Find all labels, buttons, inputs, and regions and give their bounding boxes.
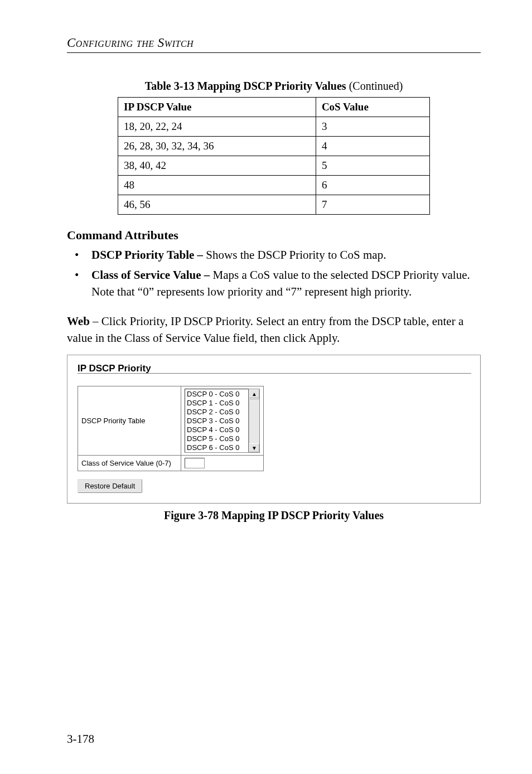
table-row: 48 6 [118,176,430,195]
dscp-listbox[interactable]: DSCP 0 - CoS 0 DSCP 1 - CoS 0 DSCP 2 - C… [185,389,260,453]
web-lead: Web [67,315,90,328]
list-item[interactable]: DSCP 1 - CoS 0 [187,399,246,408]
panel-form-table: DSCP Priority Table DSCP 0 - CoS 0 DSCP … [78,386,264,471]
cell-dscp: 18, 20, 22, 24 [118,117,316,137]
table-row: 26, 28, 30, 32, 34, 36 4 [118,137,430,156]
table-caption-lead: Table 3-13 Mapping DSCP Priority Values [145,80,346,92]
cell-dscp: 48 [118,176,316,195]
cell-dscp: 46, 56 [118,195,316,215]
web-paragraph: Web – Click Priority, IP DSCP Priority. … [67,313,481,347]
cell-cos: 7 [316,195,429,215]
page-header-section: Configuring the Switch [67,36,481,50]
page-number: 3-178 [67,732,94,746]
dscp-listbox-items[interactable]: DSCP 0 - CoS 0 DSCP 1 - CoS 0 DSCP 2 - C… [185,389,249,453]
scroll-thumb[interactable] [249,398,259,399]
command-attributes-list: DSCP Priority Table – Shows the DSCP Pri… [67,247,481,300]
table-row: 46, 56 7 [118,195,430,215]
cell-dscp: 26, 28, 30, 32, 34, 36 [118,137,316,156]
cell-cos: 4 [316,137,429,156]
cell-dscp: 38, 40, 42 [118,156,316,176]
table-row: 18, 20, 22, 24 3 [118,117,430,137]
list-item[interactable]: DSCP 2 - CoS 0 [187,408,246,417]
dscp-table-cell: DSCP 0 - CoS 0 DSCP 1 - CoS 0 DSCP 2 - C… [181,386,264,456]
table-row: 38, 40, 42 5 [118,156,430,176]
cos-value-input[interactable] [185,458,205,468]
scroll-down-button[interactable]: ▼ [249,443,259,452]
list-item[interactable]: DSCP 0 - CoS 0 [187,390,246,399]
list-item[interactable]: DSCP 4 - CoS 0 [187,425,246,434]
list-item[interactable]: DSCP 3 - CoS 0 [187,417,246,425]
th-dscp: IP DSCP Value [118,98,316,117]
list-item-label: DSCP Priority Table – [91,248,203,262]
command-attributes-heading: Command Attributes [67,228,481,243]
table-header-row: IP DSCP Value CoS Value [118,98,430,117]
dscp-mapping-table: IP DSCP Value CoS Value 18, 20, 22, 24 3… [118,97,430,215]
cos-value-cell [181,456,264,471]
cell-cos: 5 [316,156,429,176]
table-caption-tail: (Continued) [346,80,403,92]
list-item[interactable]: DSCP 5 - CoS 0 [187,434,246,443]
list-item[interactable]: DSCP 6 - CoS 0 [187,443,246,452]
th-cos: CoS Value [316,98,429,117]
web-text: – Click Priority, IP DSCP Priority. Sele… [67,315,463,345]
list-item: DSCP Priority Table – Shows the DSCP Pri… [67,247,481,264]
header-title: Configuring the Switch [67,36,194,50]
listbox-scrollbar[interactable]: ▲ ▼ [249,389,260,453]
cos-value-label: Class of Service Value (0-7) [78,456,181,471]
chevron-up-icon: ▲ [252,391,257,397]
header-rule [67,52,481,53]
chevron-down-icon: ▼ [252,445,257,451]
dscp-priority-panel: IP DSCP Priority DSCP Priority Table DSC… [67,355,481,504]
table-row: DSCP Priority Table DSCP 0 - CoS 0 DSCP … [78,386,264,456]
restore-default-button[interactable]: Restore Default [78,479,142,493]
table-caption: Table 3-13 Mapping DSCP Priority Values … [67,80,481,93]
cell-cos: 6 [316,176,429,195]
figure-caption: Figure 3-78 Mapping IP DSCP Priority Val… [67,509,481,522]
list-item-label: Class of Service Value – [91,268,210,282]
list-item-text: Shows the DSCP Priority to CoS map. [203,248,386,262]
dscp-table-label: DSCP Priority Table [78,386,181,456]
table-row: Class of Service Value (0-7) [78,456,264,471]
panel-title: IP DSCP Priority [78,363,471,374]
list-item: Class of Service Value – Maps a CoS valu… [67,267,481,301]
cell-cos: 3 [316,117,429,137]
scroll-up-button[interactable]: ▲ [249,389,259,398]
